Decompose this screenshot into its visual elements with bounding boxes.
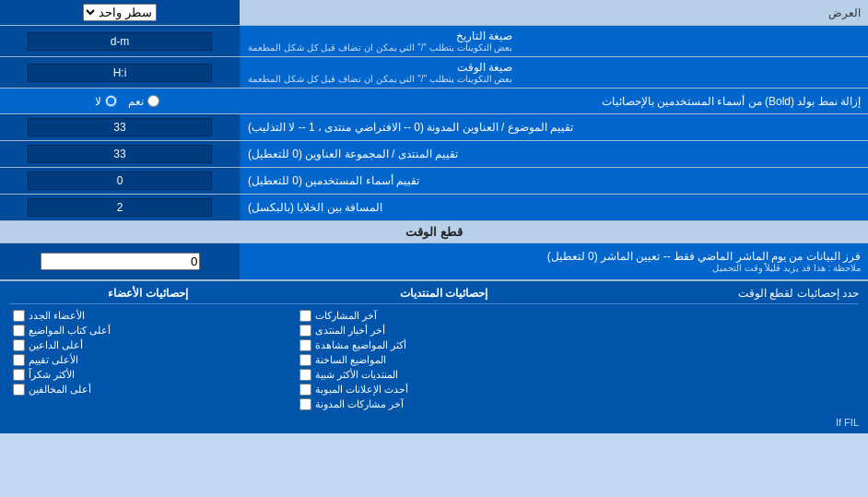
users-order-label: تقييم أسماء المستخدمين (0 للتعطيل) bbox=[240, 168, 868, 194]
forum-order-input-container bbox=[0, 141, 240, 167]
limit-row: حدد إحصائيات لقطع الوقت إحصائيات المنتدي… bbox=[9, 287, 859, 304]
bold-removal-options: نعم لا bbox=[7, 95, 247, 108]
cb-col2-check-4[interactable] bbox=[13, 369, 25, 381]
bold-no-label: لا bbox=[95, 95, 117, 108]
limit-label: حدد إحصائيات لقطع الوقت bbox=[582, 287, 859, 300]
freeze-input[interactable] bbox=[41, 253, 200, 270]
display-label: العرض bbox=[240, 3, 868, 23]
users-order-input[interactable] bbox=[28, 172, 212, 190]
col1-header: إحصائيات المنتديات bbox=[305, 287, 582, 300]
date-format-input-container bbox=[0, 26, 240, 56]
cb-col2-check-0[interactable] bbox=[13, 310, 25, 322]
cb-col1-item-6: آخر مشاركات المدونة bbox=[299, 398, 560, 410]
cb-col1-item-3: المواضيع الساخنة bbox=[299, 354, 560, 366]
cb-col2-item-4: الأكثر شكراً bbox=[13, 369, 274, 381]
forum-order-input[interactable] bbox=[28, 145, 212, 163]
cb-col2-check-3[interactable] bbox=[13, 354, 25, 366]
cb-col1-item-0: آخر المشاركات bbox=[299, 310, 560, 322]
cb-col1-check-0[interactable] bbox=[299, 310, 311, 322]
cb-col1-check-6[interactable] bbox=[299, 398, 311, 410]
topics-order-input[interactable] bbox=[28, 118, 212, 136]
col2-checkboxes: الأعضاء الجدد أعلى كتاب المواضيع أعلى ال… bbox=[9, 310, 277, 413]
col1-checkboxes: آخر المشاركات أخر أخبار المنتدى أكثر الم… bbox=[296, 310, 564, 413]
cb-col2-item-1: أعلى كتاب المواضيع bbox=[13, 325, 274, 337]
bold-no-radio[interactable] bbox=[105, 95, 117, 107]
freeze-row-label: فرز البيانات من يوم الماشر الماضي فقط --… bbox=[240, 243, 868, 279]
cell-spacing-row: المسافة بين الخلايا (بالبكسل) bbox=[0, 195, 868, 221]
date-format-input[interactable] bbox=[28, 32, 212, 51]
cb-col1-item-5: أحدث الإعلانات المبوبة bbox=[299, 384, 560, 396]
date-format-row: صيغة التاريخ بعض التكوينات يتطلب "/" الت… bbox=[0, 26, 868, 57]
forum-order-label: تقييم المنتدى / المجموعة العناوين (0 للت… bbox=[240, 141, 868, 167]
if-fil-text: If FIL bbox=[9, 417, 859, 428]
bold-removal-row: إزالة نمط بولد (Bold) من أسماء المستخدمي… bbox=[0, 89, 868, 114]
cell-spacing-label: المسافة بين الخلايا (بالبكسل) bbox=[240, 195, 868, 220]
cb-col2-item-2: أعلى الداعين bbox=[13, 339, 274, 351]
bold-removal-label: إزالة نمط بولد (Bold) من أسماء المستخدمي… bbox=[247, 95, 861, 108]
col2-header: إحصائيات الأعضاء bbox=[9, 287, 287, 300]
cb-col1-check-4[interactable] bbox=[299, 369, 311, 381]
cb-col2-check-2[interactable] bbox=[13, 339, 25, 351]
checkbox-grid: آخر المشاركات أخر أخبار المنتدى أكثر الم… bbox=[9, 310, 859, 413]
topics-order-label: تقييم الموضوع / العناوين المدونة (0 -- ا… bbox=[240, 114, 868, 140]
cb-col1-check-2[interactable] bbox=[299, 339, 311, 351]
cell-spacing-input[interactable] bbox=[28, 198, 212, 217]
display-row: العرض سطر واحد bbox=[0, 0, 868, 26]
users-order-input-container bbox=[0, 168, 240, 194]
freeze-row: فرز البيانات من يوم الماشر الماضي فقط --… bbox=[0, 243, 868, 280]
forum-order-row: تقييم المنتدى / المجموعة العناوين (0 للت… bbox=[0, 141, 868, 168]
topics-order-row: تقييم الموضوع / العناوين المدونة (0 -- ا… bbox=[0, 114, 868, 141]
time-format-input[interactable] bbox=[28, 64, 212, 82]
cb-col1-check-3[interactable] bbox=[299, 354, 311, 366]
cb-col2-item-3: الأعلى تقييم bbox=[13, 354, 274, 366]
cb-col1-item-2: أكثر المواضيع مشاهدة bbox=[299, 339, 560, 351]
freeze-input-container bbox=[0, 243, 240, 279]
bold-yes-label: نعم bbox=[128, 95, 159, 108]
cb-col2-item-0: الأعضاء الجدد bbox=[13, 310, 274, 322]
users-order-row: تقييم أسماء المستخدمين (0 للتعطيل) bbox=[0, 168, 868, 195]
cb-col2-check-5[interactable] bbox=[13, 384, 25, 396]
time-format-label: صيغة الوقت بعض التكوينات يتطلب "/" التي … bbox=[240, 57, 868, 88]
display-dropdown-container: سطر واحد bbox=[0, 0, 240, 25]
cb-col1-item-1: أخر أخبار المنتدى bbox=[299, 325, 560, 337]
cell-spacing-input-container bbox=[0, 195, 240, 220]
bold-yes-radio[interactable] bbox=[147, 95, 159, 107]
cb-col1-check-5[interactable] bbox=[299, 384, 311, 396]
col-headers: إحصائيات المنتديات إحصائيات الأعضاء bbox=[9, 287, 582, 300]
time-format-input-container bbox=[0, 57, 240, 88]
main-container: العرض سطر واحد صيغة التاريخ بعض التكوينا… bbox=[0, 0, 868, 433]
cb-col1-check-1[interactable] bbox=[299, 325, 311, 337]
topics-order-input-container bbox=[0, 114, 240, 140]
cb-col2-check-1[interactable] bbox=[13, 325, 25, 337]
checkboxes-section: حدد إحصائيات لقطع الوقت إحصائيات المنتدي… bbox=[0, 280, 868, 433]
freeze-section-header: قطع الوقت bbox=[0, 221, 868, 243]
cb-col1-item-4: المنتديات الأكثر شبية bbox=[299, 369, 560, 381]
display-select[interactable]: سطر واحد bbox=[83, 4, 157, 21]
cb-col2-item-5: أعلى المخالفين bbox=[13, 384, 274, 396]
spacer bbox=[582, 310, 859, 413]
date-format-label: صيغة التاريخ بعض التكوينات يتطلب "/" الت… bbox=[240, 26, 868, 56]
time-format-row: صيغة الوقت بعض التكوينات يتطلب "/" التي … bbox=[0, 57, 868, 89]
